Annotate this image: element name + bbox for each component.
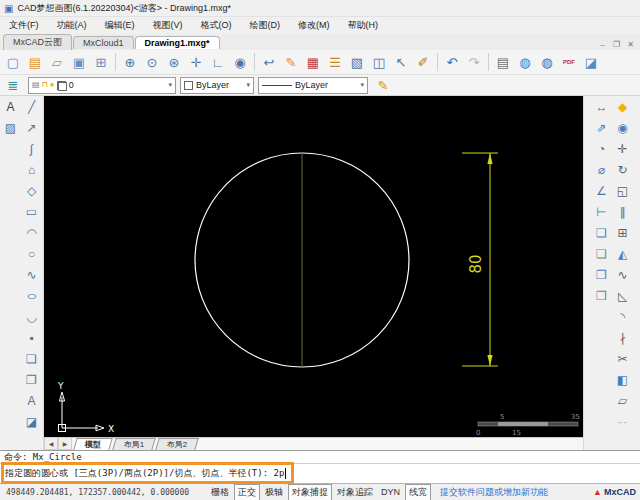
toggle-grid[interactable]: 栅格: [208, 485, 232, 500]
internet-icon[interactable]: ◍: [536, 51, 558, 73]
view-previous-icon[interactable]: ↩: [258, 51, 280, 73]
save-icon[interactable]: ▣: [68, 51, 90, 73]
toggle-osnap[interactable]: 对象捕捉: [288, 484, 332, 500]
toggle-ortho[interactable]: 正交: [234, 484, 260, 500]
pedit-icon[interactable]: ▱: [612, 390, 633, 411]
dim-angular-icon[interactable]: ∠: [591, 180, 612, 201]
scale-icon[interactable]: ◱: [612, 180, 633, 201]
rotate-icon[interactable]: ↻: [612, 159, 633, 180]
circle-icon[interactable]: ○: [21, 243, 42, 264]
dim-diameter-icon[interactable]: ⌀: [591, 159, 612, 180]
layer-dropdown[interactable]: ▤⊓● 0 ▾: [28, 77, 176, 94]
edit-brush-icon[interactable]: ✐: [412, 51, 434, 73]
offset-icon[interactable]: ∥: [612, 201, 633, 222]
ellipse-arc-icon[interactable]: ◡: [21, 306, 42, 327]
dim-continue-icon[interactable]: ⊢: [591, 201, 612, 222]
ellipse-icon[interactable]: ○: [21, 285, 42, 306]
draworder-under-icon[interactable]: ❐: [591, 285, 612, 306]
point-icon[interactable]: ▪: [21, 327, 42, 348]
toggle-otrack[interactable]: 对象追踪: [334, 485, 376, 500]
layout-prev-button[interactable]: ◀: [44, 437, 58, 450]
join-icon[interactable]: →←: [612, 411, 633, 432]
hatch-icon[interactable]: ▨: [0, 117, 21, 138]
menu-modify[interactable]: 修改(M): [289, 17, 339, 34]
open-drawing-icon[interactable]: ▤: [24, 51, 46, 73]
explode-icon[interactable]: ◧: [612, 369, 633, 390]
open-folder-icon[interactable]: ▱: [46, 51, 68, 73]
menu-help[interactable]: 帮助(H): [339, 17, 388, 34]
color-palette-icon[interactable]: ▦: [302, 51, 324, 73]
redo-icon[interactable]: ↷: [463, 51, 485, 73]
menu-function[interactable]: 功能(A): [48, 17, 96, 34]
chamfer-icon[interactable]: ◺: [612, 285, 633, 306]
layout2-tab[interactable]: 布局2: [156, 438, 200, 450]
draw-color-pencil-icon[interactable]: ✎: [372, 74, 394, 96]
toggle-lineweight[interactable]: 线宽: [405, 484, 431, 500]
copy-icon[interactable]: ◉: [612, 117, 633, 138]
array-icon[interactable]: ⊞: [612, 222, 633, 243]
text-style-icon[interactable]: A: [0, 96, 21, 117]
menu-format[interactable]: 格式(O): [192, 17, 241, 34]
print-icon[interactable]: ▤: [492, 51, 514, 73]
trim-icon[interactable]: ✂: [612, 348, 633, 369]
arc-icon[interactable]: ◠: [21, 222, 42, 243]
insert-image-icon[interactable]: ◪: [580, 51, 602, 73]
undo-icon[interactable]: ↶: [441, 51, 463, 73]
insert-block-icon[interactable]: ❏: [21, 348, 42, 369]
draworder-above-icon[interactable]: ❐: [591, 264, 612, 285]
toggle-polar[interactable]: 极轴: [262, 485, 286, 500]
chevron-down-icon[interactable]: ▾: [360, 81, 364, 89]
move-icon[interactable]: ✛: [612, 138, 633, 159]
layout-next-button[interactable]: ▶: [58, 437, 72, 450]
chevron-down-icon[interactable]: ▾: [168, 81, 172, 89]
pencil-edit-icon[interactable]: ✎: [280, 51, 302, 73]
menu-edit[interactable]: 编辑(E): [96, 17, 144, 34]
polyline-icon[interactable]: ∫: [21, 138, 42, 159]
dim-radius-icon[interactable]: ◔: [591, 138, 612, 159]
rectangle-icon[interactable]: ▭: [21, 201, 42, 222]
restore-window-icon[interactable]: ❐: [611, 39, 622, 50]
dim-aligned-icon[interactable]: ⇗: [591, 117, 612, 138]
ucs-axes-icon[interactable]: ∟: [207, 51, 229, 73]
color-dropdown[interactable]: ByLayer ▾: [180, 77, 254, 94]
close-window-icon[interactable]: ✕: [625, 39, 636, 50]
doc-tab-mxcloud1[interactable]: MxCloud1: [73, 36, 134, 49]
fillet-icon[interactable]: ◝: [612, 306, 633, 327]
submit-issue-link[interactable]: 提交软件问题或增加新功能: [440, 486, 548, 499]
command-input-line[interactable]: 指定圆的圆心或 [三点(3P)/两点(2P)]/切点、切点、半径(T): 2p: [0, 463, 640, 483]
menu-view[interactable]: 视图(V): [144, 17, 192, 34]
layer-manager-icon[interactable]: ▧: [346, 51, 368, 73]
new-file-icon[interactable]: ▢: [2, 51, 24, 73]
polygon-icon[interactable]: ⌂: [21, 159, 42, 180]
layer-states-icon[interactable]: ◫: [368, 51, 390, 73]
polygon2-icon[interactable]: ◇: [21, 180, 42, 201]
chevron-down-icon[interactable]: ▾: [246, 81, 250, 89]
draworder-back-icon[interactable]: ❏: [591, 243, 612, 264]
pan-icon[interactable]: ✛: [185, 51, 207, 73]
doc-tab-drawing1[interactable]: Drawing1.mxg*: [135, 36, 220, 49]
menu-file[interactable]: 文件(F): [0, 17, 48, 34]
construction-line-icon[interactable]: ↗: [21, 117, 42, 138]
erase-icon[interactable]: ◆: [612, 96, 633, 117]
minimize-window-icon[interactable]: –: [597, 39, 608, 50]
line-icon[interactable]: ╱: [21, 96, 42, 117]
save-as-icon[interactable]: ⊞: [90, 51, 112, 73]
drawing-canvas[interactable]: 80 5 35 0 15 Y X: [44, 96, 583, 437]
zoom-extents-icon[interactable]: ⊕: [119, 51, 141, 73]
zoom-window-icon[interactable]: ⊙: [141, 51, 163, 73]
select-cursor-icon[interactable]: ↖: [390, 51, 412, 73]
text-icon[interactable]: A: [21, 390, 42, 411]
doc-tab-mxcad-cloud[interactable]: MxCAD云图: [3, 34, 72, 50]
layers-icon[interactable]: ≣: [2, 74, 24, 96]
create-block-icon[interactable]: ❐: [21, 369, 42, 390]
spline-edit-icon[interactable]: ∿: [612, 264, 633, 285]
layout1-tab[interactable]: 布局1: [112, 438, 156, 450]
spline-icon[interactable]: ∿: [21, 264, 42, 285]
toggle-dyn[interactable]: DYN: [378, 486, 403, 498]
linetype-list-icon[interactable]: ☰: [324, 51, 346, 73]
image-icon[interactable]: ◪: [21, 411, 42, 432]
break-icon[interactable]: ∤: [612, 327, 633, 348]
zoom-object-icon[interactable]: ◉: [229, 51, 251, 73]
publish-web-icon[interactable]: ◍: [514, 51, 536, 73]
dim-linear-icon[interactable]: ↔: [591, 96, 612, 117]
